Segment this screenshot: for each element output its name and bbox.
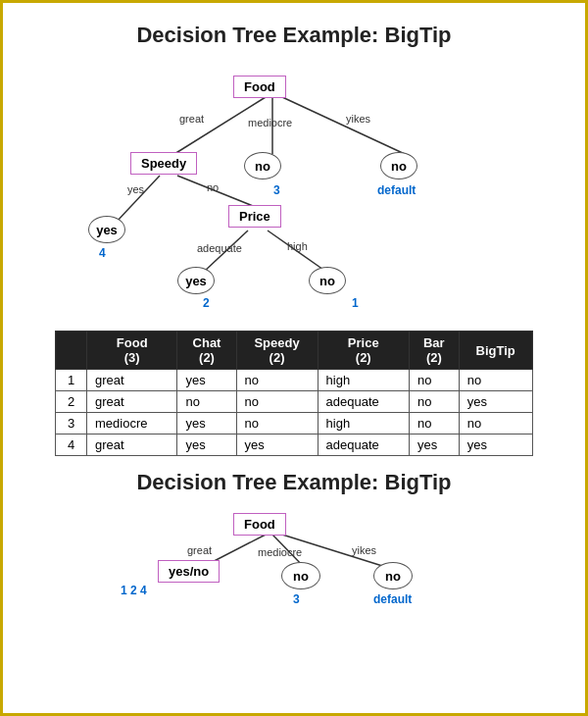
table-cell: 1: [56, 370, 87, 391]
label-yikes-2: yikes: [352, 544, 376, 556]
table-cell: great: [87, 391, 177, 413]
table-cell: mediocre: [87, 413, 177, 435]
default-label: default: [377, 183, 416, 197]
label-no-speedy: no: [207, 181, 219, 193]
label-mediocre-2: mediocre: [258, 546, 302, 558]
table-cell: yes: [459, 435, 532, 456]
no-node-3: no: [309, 267, 346, 294]
label-mediocre: mediocre: [248, 117, 292, 128]
label-yes-speedy: yes: [127, 183, 144, 195]
tree-diagram-2: Food great mediocre yikes yes/no 1 2 4 n…: [23, 503, 565, 611]
table-row: 3mediocreyesnohighnono: [56, 413, 533, 435]
number-124: 1 2 4: [121, 584, 147, 597]
table-cell: high: [318, 370, 409, 391]
table-cell: adequate: [318, 435, 409, 456]
label-adequate: adequate: [197, 242, 242, 254]
table-cell: no: [236, 370, 318, 391]
table-cell: great: [87, 435, 177, 456]
col-header-price: Price(2): [318, 332, 409, 370]
no-node-1: no: [244, 152, 281, 179]
table-row: 4greatyesyesadequateyesyes: [56, 435, 533, 456]
number-2: 2: [203, 296, 210, 310]
no-node-2a: no: [281, 562, 320, 589]
table-cell: yes: [236, 435, 318, 456]
table-cell: no: [459, 413, 532, 435]
food-node: Food: [233, 76, 286, 98]
yesno-node: yes/no: [158, 560, 220, 583]
col-header-bar: Bar(2): [409, 332, 459, 370]
title-1: Decision Tree Example: BigTip: [23, 23, 565, 48]
table-cell: no: [409, 413, 459, 435]
number-1: 1: [352, 296, 359, 310]
table-cell: high: [318, 413, 409, 435]
data-table: Food(3) Chat(2) Speedy(2) Price(2) Bar(2…: [55, 331, 533, 456]
no-node-2b: no: [373, 562, 413, 589]
number-3b: 3: [293, 592, 300, 606]
table-cell: yes: [177, 435, 236, 456]
yes-node-2: yes: [177, 267, 215, 294]
tree-diagram-1: Food great mediocre yikes Speedy no 3 no…: [23, 56, 565, 321]
col-header-num: [56, 332, 87, 370]
col-header-chat: Chat(2): [177, 332, 236, 370]
table-cell: great: [87, 370, 177, 391]
table-cell: 4: [56, 435, 87, 456]
svg-line-2: [282, 97, 405, 154]
table-cell: no: [236, 413, 318, 435]
no-node-2: no: [380, 152, 417, 179]
food-node-2: Food: [233, 513, 286, 536]
table-cell: adequate: [318, 391, 409, 413]
speedy-node: Speedy: [130, 152, 197, 175]
col-header-bigtip: BigTip: [459, 332, 532, 370]
col-header-speedy: Speedy(2): [236, 332, 318, 370]
table-cell: no: [236, 391, 318, 413]
tree-svg-1: [23, 56, 565, 321]
number-4: 4: [99, 246, 106, 260]
default-label-2: default: [373, 592, 412, 606]
table-cell: yes: [177, 370, 236, 391]
label-yikes: yikes: [346, 113, 370, 125]
table-cell: yes: [459, 391, 532, 413]
table-row: 2greatnonoadequatenoyes: [56, 391, 533, 413]
label-great: great: [179, 113, 204, 125]
price-node: Price: [228, 205, 281, 228]
title-2: Decision Tree Example: BigTip: [23, 470, 565, 495]
label-high: high: [287, 240, 308, 252]
table-cell: yes: [177, 413, 236, 435]
table-cell: no: [409, 391, 459, 413]
number-3: 3: [273, 183, 280, 197]
table-cell: no: [459, 370, 532, 391]
col-header-food: Food(3): [87, 332, 177, 370]
table-cell: 3: [56, 413, 87, 435]
table-cell: no: [409, 370, 459, 391]
table-cell: no: [177, 391, 236, 413]
table-cell: yes: [409, 435, 459, 456]
label-great-2: great: [187, 544, 212, 556]
table-cell: 2: [56, 391, 87, 413]
table-row: 1greatyesnohighnono: [56, 370, 533, 391]
yes-node-1: yes: [88, 216, 125, 243]
